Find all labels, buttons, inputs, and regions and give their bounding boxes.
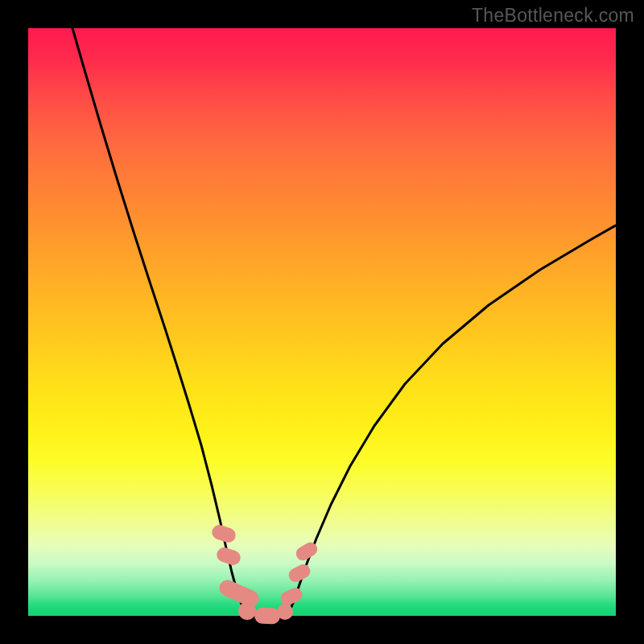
watermark-text: TheBottleneck.com	[472, 5, 634, 27]
marker-pill	[277, 604, 293, 620]
curve-right-branch	[288, 225, 616, 614]
marker-pill	[254, 607, 280, 625]
marker-pill	[215, 546, 242, 567]
marker-pill	[210, 523, 237, 544]
series-layer	[72, 28, 616, 625]
marker-pill	[217, 577, 262, 609]
marker-pill	[294, 540, 320, 564]
chart-frame: TheBottleneck.com	[0, 0, 644, 644]
chart-svg	[28, 28, 616, 616]
marker-pill	[238, 602, 256, 620]
plot-area	[28, 28, 616, 616]
